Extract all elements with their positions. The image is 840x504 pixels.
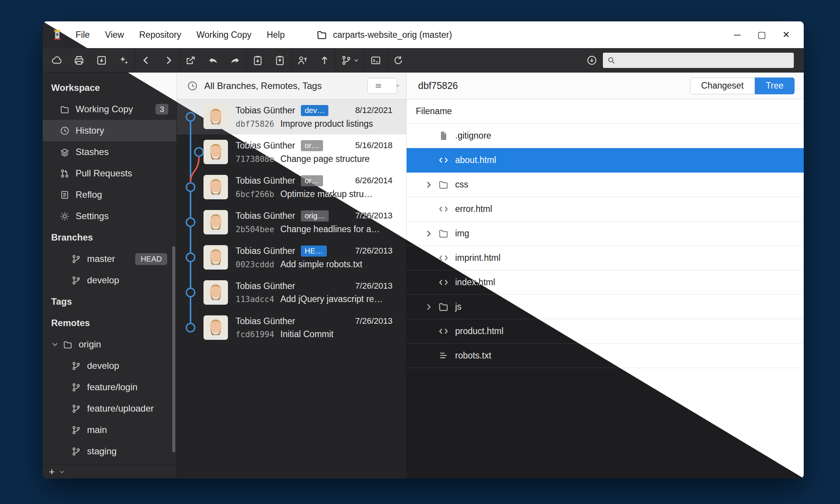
branch-badge: orig…	[301, 210, 329, 221]
undo-button[interactable]	[202, 50, 224, 70]
commit-message: Change headlines for a…	[280, 224, 380, 234]
sidebar-remote-branch-staging[interactable]: staging	[43, 441, 176, 462]
maximize-button[interactable]: ▢	[750, 21, 774, 48]
chevron-down-icon[interactable]	[58, 468, 65, 475]
close-button[interactable]: ✕	[774, 21, 798, 48]
menu-view[interactable]: View	[97, 21, 131, 48]
branch-label: master	[87, 254, 115, 264]
search-input[interactable]	[619, 56, 790, 65]
window-title: carparts-website_orig (master)	[333, 30, 452, 40]
folder-icon	[438, 179, 449, 190]
print-button[interactable]	[68, 50, 90, 70]
head-badge: HEAD	[135, 253, 167, 265]
commit-message: Add simple robots.txt	[280, 259, 362, 270]
file-row[interactable]: imprint.html	[407, 246, 804, 270]
remotes-header: Remotes	[43, 312, 176, 334]
menu-repository[interactable]: Repository	[132, 21, 189, 48]
file-row[interactable]: about.html	[407, 148, 804, 173]
branch-icon	[71, 404, 81, 414]
history-filter-button[interactable]	[367, 78, 397, 94]
commit-author: Tobias Günther	[236, 105, 295, 116]
commit-hash: 113adcc4	[236, 295, 274, 304]
sidebar-item-settings[interactable]: Settings	[43, 205, 176, 227]
checkout-button[interactable]	[180, 50, 202, 70]
sidebar-scrollbar[interactable]	[172, 246, 175, 452]
commit-hash: 2b504bee	[236, 225, 274, 234]
commit-hash: fcd61994	[236, 330, 274, 339]
sidebar-item-working-copy[interactable]: Working Copy 3	[43, 99, 176, 120]
commit-author: Tobias Günther	[236, 316, 295, 326]
chevron-down-icon[interactable]	[50, 340, 60, 349]
sidebar-footer: +	[43, 465, 176, 478]
file-name: product.html	[455, 326, 504, 336]
code-file-icon	[438, 155, 449, 166]
sidebar-item-history[interactable]: History	[43, 120, 176, 141]
sidebar-remote-branch-develop[interactable]: develop	[43, 355, 176, 376]
file-name: imprint.html	[455, 253, 501, 263]
remotes-header-label: Remotes	[51, 318, 90, 328]
sidebar-item-label: Settings	[76, 211, 109, 221]
app-window: File View Repository Working Copy Help c…	[43, 21, 804, 478]
push-button[interactable]	[313, 50, 336, 70]
pull-button[interactable]	[291, 50, 313, 70]
remote-label: origin	[79, 339, 101, 350]
sidebar-item-pull-requests[interactable]: Pull Requests	[43, 163, 176, 184]
clock-icon	[60, 126, 70, 136]
folder-row[interactable]: css	[407, 173, 804, 197]
sidebar-branch-master[interactable]: master HEAD	[43, 248, 176, 270]
chevron-right-icon[interactable]	[423, 179, 434, 190]
commit-row[interactable]: Tobias Günther HE… 7/26/2013 0023cddd Ad…	[177, 240, 406, 275]
redo-button[interactable]	[224, 50, 246, 70]
commit-row[interactable]: Tobias Günther 7/26/2013 fcd61994 Initia…	[177, 310, 406, 345]
branch-icon	[71, 382, 81, 393]
forward-button[interactable]	[157, 50, 179, 70]
fetch-button[interactable]	[581, 50, 603, 70]
folder-row[interactable]: img	[407, 221, 804, 246]
menu-help[interactable]: Help	[259, 21, 292, 48]
commit-hash: 6bcf266b	[236, 190, 274, 199]
commit-message: Improve product listings	[280, 119, 373, 129]
file-row[interactable]: error.html	[407, 197, 804, 221]
sidebar-remote-branch-main[interactable]: main	[43, 419, 176, 441]
file-row[interactable]: .gitignore	[407, 124, 804, 148]
working-copy-count-badge: 3	[155, 104, 168, 115]
terminal-button[interactable]	[365, 50, 387, 70]
commit-date: 7/26/2013	[355, 281, 393, 291]
changeset-tab[interactable]: Changeset	[690, 78, 754, 94]
back-button[interactable]	[135, 50, 157, 70]
minimize-button[interactable]: ─	[725, 21, 750, 48]
chevron-right-icon[interactable]	[423, 302, 434, 312]
sidebar-item-reflog[interactable]: Reflog	[43, 184, 176, 205]
cloud-button[interactable]	[46, 50, 68, 70]
refresh-button[interactable]	[387, 50, 409, 70]
sidebar-remote-branch-feature-uploader[interactable]: feature/uploader	[43, 398, 176, 419]
sidebar-remote-origin[interactable]: origin	[43, 334, 176, 355]
cloud-icon	[51, 55, 63, 66]
chevron-right-icon[interactable]	[423, 228, 434, 239]
sidebar-item-label: Working Copy	[76, 104, 133, 115]
tree-tab[interactable]: Tree	[755, 78, 795, 94]
branch-icon	[71, 425, 81, 435]
sidebar-item-stashes[interactable]: Stashes	[43, 141, 176, 163]
sidebar-remote-branch-feature-login[interactable]: feature/login	[43, 376, 176, 398]
stash-save-button[interactable]	[247, 50, 269, 70]
add-button[interactable]: +	[49, 466, 55, 478]
branch-icon	[71, 275, 81, 286]
search-icon	[607, 56, 616, 65]
toolbar	[43, 48, 804, 73]
arrow-out-icon	[185, 55, 197, 66]
tags-header-label: Tags	[51, 296, 72, 307]
branch-button[interactable]	[336, 50, 364, 70]
branch-icon	[71, 254, 81, 264]
commit-row[interactable]: Tobias Günther 7/26/2013 113adcc4 Add jQ…	[177, 275, 406, 310]
sidebar-branch-develop[interactable]: develop	[43, 270, 176, 291]
commit-hash: dbf75826	[236, 120, 274, 129]
branches-header: Branches	[43, 227, 176, 248]
stash-apply-button[interactable]	[269, 50, 291, 70]
folder-icon	[438, 301, 449, 312]
menu-working-copy[interactable]: Working Copy	[189, 21, 259, 48]
commit-message: Add jQuery javascript re…	[280, 294, 383, 304]
branch-icon	[71, 361, 81, 371]
search-box[interactable]	[603, 53, 794, 68]
sidebar: Workspace Working Copy 3 History Stashes…	[43, 73, 177, 478]
